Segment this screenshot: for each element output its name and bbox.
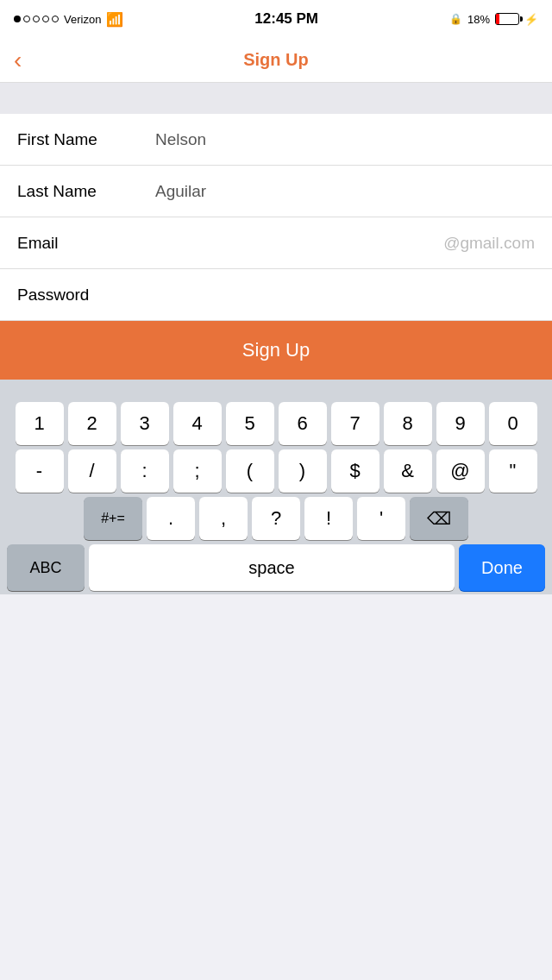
dot-2	[23, 16, 30, 22]
last-name-label: Last Name	[17, 182, 155, 201]
key-5[interactable]: 5	[226, 402, 274, 445]
keyboard-spacer	[0, 380, 552, 397]
key-semicolon[interactable]: ;	[173, 449, 222, 493]
wifi-icon: 📶	[106, 11, 123, 28]
email-row[interactable]: Email @gmail.com	[0, 217, 552, 269]
dot-5	[52, 16, 59, 22]
keyboard-row-special: #+= . , ? ! ' ⌫	[3, 497, 549, 540]
key-slash[interactable]: /	[68, 449, 116, 493]
key-minus[interactable]: -	[16, 449, 64, 493]
key-quote[interactable]: "	[489, 449, 537, 493]
key-3[interactable]: 3	[121, 402, 169, 445]
key-7[interactable]: 7	[331, 402, 380, 445]
key-exclaim[interactable]: !	[304, 497, 353, 540]
last-name-row[interactable]: Last Name Aguilar	[0, 166, 552, 217]
key-8[interactable]: 8	[384, 402, 432, 445]
lock-icon: 🔒	[449, 13, 462, 25]
key-close-paren[interactable]: )	[279, 449, 327, 493]
key-4[interactable]: 4	[173, 402, 222, 445]
first-name-row[interactable]: First Name Nelson	[0, 114, 552, 166]
section-spacer	[0, 83, 552, 114]
key-comma[interactable]: ,	[199, 497, 248, 540]
battery-wrapper	[495, 13, 519, 25]
keyboard-row-bottom: ABC space Done	[3, 544, 549, 591]
battery-percent: 18%	[467, 13, 490, 26]
key-hashtag[interactable]: #+=	[84, 497, 142, 540]
battery-fill	[496, 14, 499, 24]
battery-icon	[495, 13, 519, 25]
password-label: Password	[17, 286, 155, 305]
last-name-value[interactable]: Aguilar	[155, 182, 535, 201]
space-key[interactable]: space	[89, 544, 455, 591]
dot-3	[33, 16, 40, 22]
key-1[interactable]: 1	[16, 402, 64, 445]
delete-key[interactable]: ⌫	[410, 497, 468, 540]
key-dollar[interactable]: $	[331, 449, 380, 493]
dot-1	[14, 16, 21, 22]
dot-4	[42, 16, 49, 22]
charge-icon: ⚡	[524, 13, 538, 26]
keyboard: 1 2 3 4 5 6 7 8 9 0 - / : ; ( ) $ & @ " …	[0, 397, 552, 594]
email-placeholder[interactable]: @gmail.com	[155, 234, 535, 253]
signal-dots	[14, 16, 59, 22]
key-0[interactable]: 0	[489, 402, 537, 445]
signup-button[interactable]: Sign Up	[0, 321, 552, 380]
keyboard-row-numbers: 1 2 3 4 5 6 7 8 9 0	[3, 402, 549, 445]
first-name-label: First Name	[17, 130, 155, 149]
nav-bar: ‹ Sign Up	[0, 38, 552, 83]
status-time: 12:45 PM	[254, 10, 318, 28]
key-apostrophe[interactable]: '	[357, 497, 405, 540]
key-colon[interactable]: :	[121, 449, 169, 493]
form-container: First Name Nelson Last Name Aguilar Emai…	[0, 114, 552, 321]
key-at[interactable]: @	[436, 449, 485, 493]
key-9[interactable]: 9	[436, 402, 485, 445]
first-name-value[interactable]: Nelson	[155, 130, 535, 149]
status-right: 🔒 18% ⚡	[449, 13, 538, 26]
key-2[interactable]: 2	[68, 402, 116, 445]
abc-key[interactable]: ABC	[7, 544, 85, 591]
key-period[interactable]: .	[147, 497, 195, 540]
page-title: Sign Up	[243, 50, 309, 70]
carrier-label: Verizon	[64, 13, 101, 26]
status-left: Verizon 📶	[14, 11, 123, 28]
done-key[interactable]: Done	[459, 544, 545, 591]
back-button[interactable]: ‹	[14, 48, 22, 72]
email-label: Email	[17, 234, 155, 253]
key-ampersand[interactable]: &	[384, 449, 432, 493]
key-open-paren[interactable]: (	[226, 449, 274, 493]
key-question[interactable]: ?	[252, 497, 300, 540]
keyboard-row-symbols: - / : ; ( ) $ & @ "	[3, 449, 549, 493]
status-bar: Verizon 📶 12:45 PM 🔒 18% ⚡	[0, 0, 552, 38]
password-row[interactable]: Password	[0, 269, 552, 321]
key-6[interactable]: 6	[279, 402, 327, 445]
